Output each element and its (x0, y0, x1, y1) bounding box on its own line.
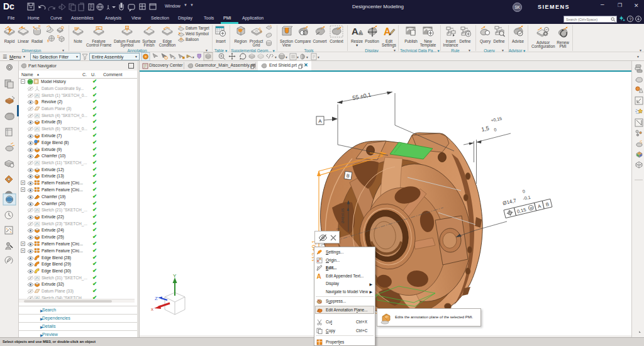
svg-text:A: A (317, 273, 321, 279)
svg-text:A: A (384, 26, 391, 37)
svg-text:A: A (126, 26, 128, 30)
svg-text:▾: ▾ (306, 55, 308, 59)
svg-text:A: A (318, 118, 322, 124)
svg-text:Z: Z (155, 296, 158, 301)
svg-text:+0,15: +0,15 (491, 116, 502, 123)
svg-text:▾: ▾ (286, 55, 287, 59)
svg-text:o: o (174, 56, 175, 60)
svg-text:A: A (352, 26, 358, 36)
svg-text:0: 0 (494, 127, 497, 132)
svg-text:▾: ▾ (275, 55, 277, 59)
svg-text:Y: Y (173, 273, 177, 279)
svg-text:▾: ▾ (297, 55, 299, 59)
svg-text:x: x (151, 306, 153, 312)
svg-text:-0,1: -0,1 (523, 195, 531, 201)
svg-text:55 ±0,1: 55 ±0,1 (352, 91, 371, 101)
svg-text:R: R (38, 25, 41, 28)
svg-text:?: ? (629, 16, 631, 22)
svg-text:A: A (359, 31, 362, 35)
svg-text:D: D (57, 35, 60, 38)
svg-text:1,5: 1,5 (480, 125, 489, 133)
svg-text:0: 0 (522, 189, 526, 194)
svg-text:Ø48±0,05: Ø48±0,05 (341, 208, 345, 223)
svg-text:▾: ▾ (318, 55, 319, 59)
svg-text:Ø14,7: Ø14,7 (502, 198, 517, 206)
svg-text:▾: ▾ (192, 55, 194, 59)
